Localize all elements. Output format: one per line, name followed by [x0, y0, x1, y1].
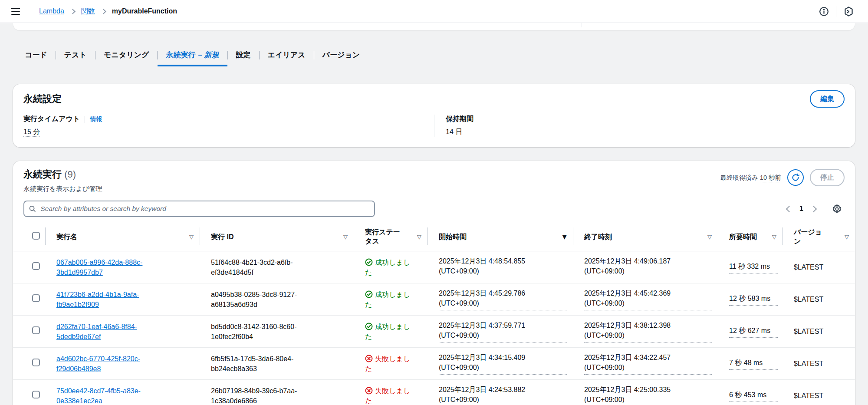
breadcrumb-current: myDurableFunction: [112, 7, 177, 15]
executions-table: 実行名▽実行 ID▽実行ステータス▽開始時間▼終了時刻▽所要時間▽バージョン▽ …: [13, 223, 855, 405]
tab-code[interactable]: コード: [16, 45, 56, 66]
stop-button[interactable]: 停止: [810, 169, 845, 186]
pagination: 1: [784, 201, 845, 217]
column-header-start-time[interactable]: 開始時間▼: [427, 223, 573, 251]
info-link[interactable]: 情報: [90, 115, 102, 123]
end-time: 2025年12月3日 4:45:42.369 (UTC+09:00): [584, 288, 712, 310]
execution-id: 26b07198-84b9-39c6-b7aa-1c38a0de6866: [211, 386, 313, 405]
execution-name-link[interactable]: a4d602bc-6770-425f-820c-f29d06b489e8: [56, 354, 158, 374]
function-tabs: コードテストモニタリング永続実行– 新規設定エイリアスバージョン: [16, 45, 868, 66]
end-time: 2025年12月3日 4:49:06.187 (UTC+09:00): [584, 256, 712, 278]
tab-test[interactable]: テスト: [56, 45, 95, 66]
execution-name-link[interactable]: 067ab005-a996-42da-888c-3bd1d9957db7: [56, 257, 158, 277]
execution-name-link[interactable]: 75d0ee42-8cd7-4fb5-a83e-0e338e1ec2ea: [56, 386, 158, 405]
execution-name-link[interactable]: 41f723b6-a2dd-4b1a-9afa-fb9ae1b2f909: [56, 290, 158, 310]
duration: 12 秒 583 ms: [729, 293, 778, 306]
tab-durable-executions[interactable]: 永続実行– 新規: [158, 45, 227, 66]
search-input[interactable]: [39, 204, 370, 213]
breadcrumb-chevron-icon: [70, 9, 76, 14]
status-badge: 失敗しました: [365, 386, 417, 405]
success-check-circle-icon: [365, 323, 373, 330]
retention-period-field: 保持期間 14 日: [434, 115, 845, 137]
current-page-number[interactable]: 1: [794, 205, 809, 213]
executions-card-subtitle: 永続実行を表示および管理: [23, 185, 102, 193]
chevron-right-icon: [810, 205, 817, 212]
tab-monitoring[interactable]: モニタリング: [95, 45, 157, 66]
execution-row: d262fa70-1eaf-46a6-8f84-5dedb9de67efbd5d…: [13, 316, 855, 348]
retention-period-label: 保持期間: [446, 115, 473, 124]
execution-row: a4d602bc-6770-425f-820c-f29d06b489e86fb5…: [13, 348, 855, 380]
breadcrumb-link-functions[interactable]: 関数: [81, 7, 95, 16]
refresh-icon: [791, 173, 800, 182]
next-page-button[interactable]: [809, 204, 819, 214]
info-icon: [819, 7, 829, 16]
end-time: 2025年12月3日 4:34:22.457 (UTC+09:00): [584, 352, 712, 375]
last-fetched-value: 10 秒前: [760, 174, 781, 182]
status-badge: 失敗しました: [365, 354, 417, 374]
breadcrumb-chevron-icon: [101, 9, 106, 14]
status-badge: 成功しました: [365, 257, 417, 277]
start-time: 2025年12月3日 4:24:53.882 (UTC+09:00): [439, 385, 567, 405]
refresh-button[interactable]: [787, 169, 804, 186]
tab-aliases[interactable]: エイリアス: [260, 45, 314, 66]
version: $LATEST: [794, 360, 823, 367]
edit-button[interactable]: 編集: [810, 90, 845, 108]
search-box: [23, 201, 375, 217]
pagination-divider: [824, 202, 824, 216]
tab-settings[interactable]: 設定: [228, 45, 259, 66]
filter-icon[interactable]: ▽: [707, 234, 712, 240]
row-checkbox[interactable]: [32, 294, 40, 302]
info-button[interactable]: [815, 3, 832, 20]
start-time: 2025年12月3日 4:45:29.786 (UTC+09:00): [439, 288, 567, 310]
status-badge: 成功しました: [365, 322, 417, 342]
row-checkbox[interactable]: [32, 262, 40, 270]
topnav-divider: [836, 6, 836, 17]
filter-icon[interactable]: ▽: [845, 234, 849, 240]
column-header-execution-status[interactable]: 実行ステータス▽: [354, 223, 427, 251]
start-time: 2025年12月3日 4:48:54.855 (UTC+09:00): [439, 256, 567, 278]
execution-id: bd5dd0c8-3142-3160-8c60-1e0fec2f60b4: [211, 322, 313, 342]
table-preferences-button[interactable]: [829, 201, 845, 217]
top-navigation-bar: Lambda 関数 myDurableFunction: [0, 0, 868, 23]
version: $LATEST: [794, 296, 823, 303]
duration: 12 秒 627 ms: [729, 326, 778, 338]
error-x-circle-icon: [365, 355, 373, 362]
sliver-divider: [582, 23, 582, 27]
row-checkbox[interactable]: [32, 359, 40, 366]
filter-icon[interactable]: ▽: [343, 234, 348, 240]
executions-card-title: 永続実行 (9): [23, 168, 102, 181]
row-checkbox[interactable]: [32, 326, 40, 334]
filter-icon[interactable]: ▽: [772, 234, 776, 240]
execution-timeout-field: 実行タイムアウト 情報 15 分: [23, 115, 434, 137]
executions-count: (9): [64, 169, 76, 180]
column-header-execution-id[interactable]: 実行 ID▽: [200, 223, 354, 251]
execution-id: a0495b38-0285-3dc8-9127-a68135a6d93d: [211, 290, 313, 310]
settings-gear-icon: [832, 204, 842, 214]
filter-icon[interactable]: ▽: [417, 234, 421, 240]
version: $LATEST: [794, 263, 823, 271]
label-divider: [85, 116, 85, 123]
execution-row: 41f723b6-a2dd-4b1a-9afa-fb9ae1b2f909a049…: [13, 283, 855, 316]
sort-desc-icon[interactable]: ▼: [562, 233, 567, 240]
version: $LATEST: [794, 392, 823, 399]
tab-versions[interactable]: バージョン: [314, 45, 368, 66]
execution-timeout-label: 実行タイムアウト: [23, 115, 80, 124]
column-header-execution-name[interactable]: 実行名▽: [45, 223, 200, 251]
execution-name-link[interactable]: d262fa70-1eaf-46a6-8f84-5dedb9de67ef: [56, 322, 158, 342]
start-time: 2025年12月3日 4:34:15.409 (UTC+09:00): [439, 352, 567, 375]
last-fetched-text: 最終取得済み 10 秒前: [720, 174, 781, 182]
breadcrumb-link-lambda[interactable]: Lambda: [39, 7, 64, 15]
column-header-version[interactable]: バージョン▽: [783, 223, 855, 251]
success-check-circle-icon: [365, 290, 373, 298]
filter-icon[interactable]: ▽: [189, 234, 194, 240]
end-time: 2025年12月3日 4:25:00.335 (UTC+09:00): [584, 385, 712, 405]
end-time: 2025年12月3日 4:38:12.398 (UTC+09:00): [584, 320, 712, 342]
row-checkbox[interactable]: [32, 391, 40, 398]
cloudshell-button[interactable]: [840, 3, 857, 20]
previous-page-button[interactable]: [784, 204, 794, 214]
duration: 11 秒 332 ms: [729, 261, 778, 273]
column-header-end-time[interactable]: 終了時刻▽: [573, 223, 718, 251]
column-header-duration[interactable]: 所要時間▽: [718, 223, 783, 251]
select-all-checkbox[interactable]: [32, 232, 40, 240]
hamburger-menu-icon[interactable]: [11, 8, 20, 15]
